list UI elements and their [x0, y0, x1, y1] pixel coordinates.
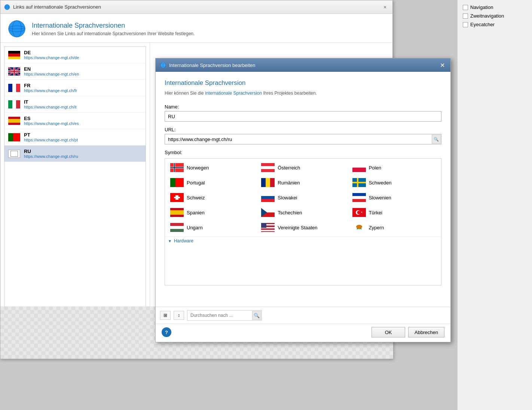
edit-help-button[interactable]: ?	[162, 327, 171, 337]
zweitnavigation-label: Zweitnavigation	[470, 13, 504, 19]
edit-close-button[interactable]: ✕	[438, 61, 446, 69]
svg-rect-55	[261, 229, 275, 230]
symbol-item-norwegen[interactable]: Norwegen	[166, 160, 257, 175]
search-icon-button[interactable]: 🔍	[252, 311, 261, 320]
language-list: DE https://www.change-mgt.ch/de	[4, 46, 146, 325]
svg-rect-23	[261, 178, 266, 187]
lang-url-en: https://www.change-mgt.ch/en	[24, 72, 79, 76]
symbol-item-schweiz[interactable]: Schweiz	[166, 190, 257, 205]
edit-heading: Internationale Sprachversion	[165, 79, 441, 87]
name-input[interactable]	[165, 111, 441, 122]
symbol-name-tschechien: Tschechien	[278, 210, 302, 215]
symbol-name-spanien: Spanien	[187, 210, 205, 215]
svg-rect-28	[352, 182, 366, 183]
sidebar-panel: Navigation Zweitnavigation Eyecatcher	[457, 0, 532, 410]
symbol-name-norwegen: Norwegen	[187, 165, 209, 171]
edit-globe-icon	[160, 62, 166, 68]
list-item[interactable]: EN https://www.change-mgt.ch/en	[4, 63, 146, 80]
lang-url-pt: https://www.change-mgt.ch/pt	[24, 138, 78, 142]
symbol-name-rumanien: Rumänien	[278, 180, 300, 186]
symbol-item-usa[interactable]: Vereinigte Staaten	[257, 220, 348, 235]
sort-button[interactable]: ↕	[174, 311, 184, 320]
sidebar-item-eyecatcher[interactable]: Eyecatcher	[461, 20, 529, 29]
edit-dialog-title: Internationale Sprachversion bearbeiten	[169, 62, 256, 68]
symbol-item-tschechien[interactable]: Tschechien	[257, 205, 348, 220]
url-input-wrapper: 🔍	[165, 134, 441, 144]
search-input[interactable]	[187, 310, 262, 321]
symbol-item-zypern[interactable]: Zypern	[349, 220, 440, 235]
svg-rect-48	[170, 223, 184, 226]
symbol-name-polen: Polen	[369, 165, 381, 171]
symbol-item-rumanien[interactable]: Rumänien	[257, 175, 348, 190]
svg-rect-21	[170, 178, 175, 187]
list-item[interactable]: PT https://www.change-mgt.ch/pt	[4, 129, 146, 146]
list-item[interactable]: ES https://www.change-mgt.ch/es	[4, 113, 146, 129]
url-browse-button[interactable]: 🔍	[432, 135, 441, 144]
symbol-item-osterreich[interactable]: Österreich	[257, 160, 348, 175]
symbol-name-slowakei: Slowakei	[278, 195, 297, 201]
flag-poland	[352, 163, 366, 172]
search-wrapper: 🔍	[187, 310, 262, 321]
lang-url-fr: https://www.change-mgt.ch/fr	[24, 88, 77, 93]
zweitnavigation-checkbox[interactable]	[463, 13, 468, 19]
list-item[interactable]: DE https://www.change-mgt.ch/de	[4, 47, 146, 63]
symbol-item-polen[interactable]: Polen	[349, 160, 440, 175]
list-item[interactable]: IT https://www.change-mgt.ch/it	[4, 96, 146, 113]
symbol-item-portugal[interactable]: Portugal	[166, 175, 257, 190]
name-label: Name:	[165, 104, 441, 110]
svg-rect-17	[261, 166, 275, 169]
flag-ru	[8, 150, 20, 158]
symbol-item-ungarn[interactable]: Ungarn	[166, 220, 257, 235]
svg-rect-57	[261, 223, 266, 228]
flag-fr	[8, 84, 20, 92]
sidebar-item-navigation[interactable]: Navigation	[461, 3, 529, 12]
hardware-label: Hardware	[174, 238, 193, 244]
hardware-section[interactable]: ▼ Hardware	[165, 236, 441, 245]
cancel-button[interactable]: Abbrechen	[408, 327, 444, 337]
lang-code-fr: FR	[24, 83, 77, 88]
flag-usa	[261, 223, 275, 232]
edit-actions: ? OK Abbrechen	[156, 324, 450, 342]
flag-hungary	[170, 223, 184, 232]
list-item[interactable]: FR https://www.change-mgt.ch/fr	[4, 80, 146, 96]
lang-code-it: IT	[24, 99, 77, 105]
flag-spain	[170, 208, 184, 217]
svg-rect-33	[261, 196, 275, 199]
main-close-button[interactable]: ×	[381, 3, 389, 11]
flag-pt	[8, 133, 20, 141]
flag-slovakia	[261, 193, 275, 202]
flag-switzerland	[170, 193, 184, 202]
navigation-label: Navigation	[470, 4, 493, 10]
grid-view-button[interactable]: ⊞	[160, 311, 171, 320]
flag-romania	[261, 178, 275, 187]
symbol-item-slowenien[interactable]: Slowenien	[349, 190, 440, 205]
symbol-item-slowakei[interactable]: Slowakei	[257, 190, 348, 205]
eyecatcher-checkbox[interactable]	[463, 22, 468, 27]
flag-norway	[170, 163, 184, 172]
symbol-item-schweden[interactable]: Schweden	[349, 175, 440, 190]
flag-cyprus	[352, 223, 366, 232]
svg-rect-50	[170, 229, 184, 232]
flag-czech	[261, 208, 275, 217]
svg-rect-36	[352, 196, 366, 199]
sidebar-item-zweitnavigation[interactable]: Zweitnavigation	[461, 12, 529, 20]
edit-title-bar: Internationale Sprachversion bearbeiten …	[156, 58, 450, 72]
flag-portugal	[170, 178, 184, 187]
edit-footer: ⊞ ↕ 🔍	[156, 307, 450, 324]
symbol-name-slowenien: Slowenien	[369, 195, 391, 201]
svg-rect-56	[261, 230, 275, 231]
edit-body: Internationale Sprachversion Hier können…	[156, 72, 450, 307]
flag-es	[8, 117, 20, 125]
url-input[interactable]	[165, 134, 441, 144]
symbol-grid: Norwegen Österreich	[165, 159, 441, 236]
symbol-name-zypern: Zypern	[369, 225, 384, 230]
symbol-grid-container[interactable]: Norwegen Österreich	[165, 158, 441, 285]
ok-button[interactable]: OK	[372, 327, 405, 337]
svg-rect-15	[170, 167, 184, 168]
symbol-item-spanien[interactable]: Spanien	[166, 205, 257, 220]
symbol-item-turkei[interactable]: Türkei	[349, 205, 440, 220]
navigation-checkbox[interactable]	[463, 5, 468, 10]
lang-code-de: DE	[24, 50, 79, 55]
dialog-header: Internationale Sprachversionen Hier könn…	[0, 14, 392, 43]
list-item-selected[interactable]: RU https://www.change-mgt.ch/ru	[4, 146, 146, 162]
